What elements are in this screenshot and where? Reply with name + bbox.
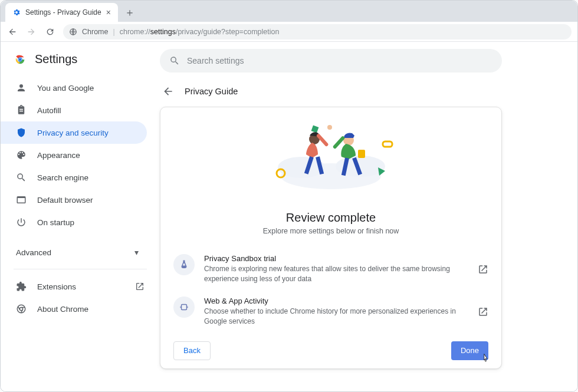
extensions-label: Extensions xyxy=(37,282,76,291)
sidebar-item-appearance[interactable]: Appearance xyxy=(1,144,147,166)
tab-strip: Settings - Privacy Guide × ＋ xyxy=(1,1,577,22)
sidebar-item-privacy-security[interactable]: Privacy and security xyxy=(1,121,147,144)
brand: Settings xyxy=(14,52,147,66)
flask-icon xyxy=(173,254,195,275)
forward-icon[interactable] xyxy=(25,26,37,38)
main-content: Search settings Privacy Guide xyxy=(154,42,577,391)
done-button-label: Done xyxy=(461,346,479,355)
back-icon[interactable] xyxy=(6,26,18,38)
sidebar-item-on-startup[interactable]: On startup xyxy=(1,211,147,233)
sidebar-item-you-and-google[interactable]: You and Google xyxy=(1,77,147,99)
svg-rect-24 xyxy=(182,304,187,309)
sidebar-item-search-engine[interactable]: Search engine xyxy=(1,166,147,189)
done-button[interactable]: Done xyxy=(451,341,488,360)
sidebar-item-extensions[interactable]: Extensions xyxy=(14,275,147,298)
shield-icon xyxy=(16,127,27,138)
hero-illustration xyxy=(173,120,488,203)
option-title: Web & App Activity xyxy=(204,297,468,305)
browser-tab[interactable]: Settings - Privacy Guide × xyxy=(5,3,118,22)
cursor-icon xyxy=(480,353,491,364)
sidebar-item-label: You and Google xyxy=(37,84,94,93)
reload-icon[interactable] xyxy=(44,26,56,38)
puzzle-icon xyxy=(16,281,27,292)
back-button-label: Back xyxy=(183,346,201,355)
sidebar-item-about-chrome[interactable]: About Chrome xyxy=(14,298,147,320)
option-web-app-activity[interactable]: Web & App Activity Choose whether to inc… xyxy=(173,291,488,333)
power-icon xyxy=(16,217,27,228)
page-title: Settings xyxy=(35,52,77,66)
palette-icon xyxy=(16,150,27,160)
option-privacy-sandbox[interactable]: Privacy Sandbox trial Chrome is explorin… xyxy=(173,248,488,291)
svg-point-4 xyxy=(19,58,22,61)
close-icon[interactable]: × xyxy=(106,8,111,17)
sidebar-item-label: Appearance xyxy=(37,151,80,160)
option-desc: Choose whether to include Chrome history… xyxy=(204,307,468,327)
open-in-new-icon[interactable] xyxy=(478,264,488,275)
subheader: Privacy Guide xyxy=(162,85,562,97)
open-in-new-icon[interactable] xyxy=(478,307,488,317)
svg-rect-23 xyxy=(358,150,365,158)
sidebar-item-label: Default browser xyxy=(37,196,93,205)
back-button[interactable]: Back xyxy=(173,341,211,360)
person-icon xyxy=(16,83,27,93)
chrome-logo-icon xyxy=(14,53,27,66)
toolbar: Chrome | chrome://settings/privacy/guide… xyxy=(1,22,577,42)
back-arrow-icon[interactable] xyxy=(162,85,174,97)
chevron-down-icon: ▾ xyxy=(134,248,139,257)
option-title: Privacy Sandbox trial xyxy=(204,254,468,263)
svg-rect-13 xyxy=(383,141,392,147)
clipboard-icon xyxy=(16,105,27,116)
sidebar-item-autofill[interactable]: Autofill xyxy=(1,99,147,121)
sidebar-item-label: Search engine xyxy=(37,173,88,182)
url-scheme-label: Chrome xyxy=(82,28,108,36)
tab-title: Settings - Privacy Guide xyxy=(25,8,101,17)
browser-icon xyxy=(16,195,27,205)
sidebar: Settings You and Google Autofill Privacy… xyxy=(1,42,154,391)
subheader-title: Privacy Guide xyxy=(185,87,238,96)
address-bar[interactable]: Chrome | chrome://settings/privacy/guide… xyxy=(63,24,572,39)
completion-card: Review complete Explore more settings be… xyxy=(160,107,502,369)
search-icon xyxy=(16,172,27,183)
search-placeholder: Search settings xyxy=(187,56,244,65)
new-tab-button[interactable]: ＋ xyxy=(121,4,138,21)
open-in-new-icon xyxy=(135,282,144,291)
card-heading: Review complete xyxy=(173,211,488,225)
sidebar-item-label: Privacy and security xyxy=(37,129,109,137)
sidebar-item-label: Autofill xyxy=(37,106,61,115)
globe-icon xyxy=(69,28,77,36)
sidebar-item-default-browser[interactable]: Default browser xyxy=(1,189,147,211)
advanced-toggle[interactable]: Advanced ▾ xyxy=(14,239,147,265)
card-subheading: Explore more settings below or finish no… xyxy=(173,227,488,235)
activity-icon xyxy=(173,297,195,318)
search-icon xyxy=(169,55,180,66)
svg-rect-10 xyxy=(311,126,319,133)
nav-list: You and Google Autofill Privacy and secu… xyxy=(14,77,147,233)
search-input[interactable]: Search settings xyxy=(160,49,502,73)
about-chrome-label: About Chrome xyxy=(37,305,88,314)
option-desc: Chrome is exploring new features that al… xyxy=(204,264,468,285)
separator: | xyxy=(113,28,114,36)
chrome-outline-icon xyxy=(16,304,27,314)
url-text: chrome://settings/privacy/guide?step=com… xyxy=(120,28,280,36)
gear-icon xyxy=(12,8,21,17)
svg-point-18 xyxy=(327,125,332,130)
advanced-label: Advanced xyxy=(16,248,51,257)
sidebar-item-label: On startup xyxy=(37,218,74,227)
